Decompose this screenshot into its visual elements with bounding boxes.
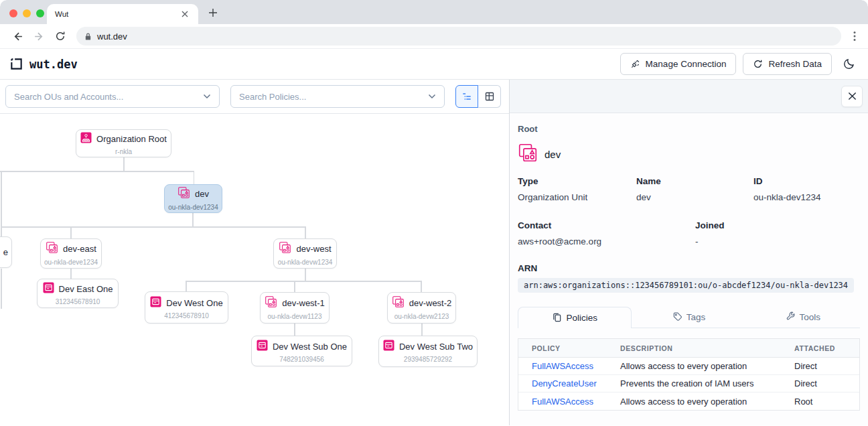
browser-tabstrip: Wut bbox=[0, 0, 868, 24]
tree-view-icon bbox=[461, 91, 472, 102]
tree-node-dev[interactable]: devou-nkla-dev1234 bbox=[164, 184, 222, 213]
tree-node-dev-west-2[interactable]: dev-west-2ou-nkla-devw2123 bbox=[387, 292, 456, 324]
entity-title: dev bbox=[545, 149, 561, 160]
tree-connector bbox=[305, 226, 306, 238]
table-view-button[interactable] bbox=[478, 85, 501, 108]
tab-close-icon[interactable] bbox=[179, 9, 190, 19]
url-text: wut.dev bbox=[97, 31, 127, 42]
connection-plug-icon bbox=[630, 59, 640, 69]
policy-link[interactable]: DenyCreateUser bbox=[518, 378, 607, 388]
tree-node-label: Dev East One bbox=[59, 284, 113, 294]
app-header: wut.dev Manage Connection Refresh Data bbox=[0, 49, 868, 80]
reload-icon[interactable] bbox=[52, 27, 69, 45]
policy-link[interactable]: FullAWSAccess bbox=[518, 361, 607, 371]
minimize-window-button[interactable] bbox=[23, 9, 31, 17]
tree-node-dev-east[interactable]: dev-eastou-nkla-deve1234 bbox=[40, 238, 102, 269]
search-ous-accounts-input[interactable]: Search OUs and Accounts... bbox=[5, 85, 220, 108]
new-tab-button[interactable] bbox=[204, 3, 222, 22]
arn-value: arn:aws:organizations::123456789101:ou/o… bbox=[518, 278, 854, 293]
browser-menu-icon[interactable] bbox=[848, 31, 861, 42]
policy-description: Allows access to every operation bbox=[607, 361, 781, 371]
tab-policies[interactable]: Policies bbox=[518, 307, 632, 328]
tree-node-dev-east-one[interactable]: Dev East One312345678910 bbox=[37, 279, 119, 308]
app-logo[interactable]: wut.dev bbox=[9, 57, 78, 71]
tree-connector bbox=[294, 324, 295, 336]
dark-mode-toggle[interactable] bbox=[839, 54, 859, 74]
arn-label: ARN bbox=[518, 263, 860, 273]
tree-connector bbox=[186, 281, 421, 282]
policies-table-header: POLICYDESCRIPTIONATTACHED bbox=[518, 339, 859, 358]
tree-node-id: 2939485729292 bbox=[404, 356, 452, 363]
moon-icon bbox=[843, 58, 855, 70]
policy-description: Allows access to every operation bbox=[607, 397, 781, 407]
ou-icon bbox=[46, 241, 58, 257]
tree-connector bbox=[123, 157, 125, 171]
chevron-down-icon bbox=[203, 94, 211, 99]
browser-tab-title: Wut bbox=[55, 10, 179, 18]
column-header: POLICY bbox=[518, 344, 607, 352]
tab-tools[interactable]: Tools bbox=[746, 307, 860, 328]
policy-attached: Direct bbox=[781, 378, 859, 388]
account-icon bbox=[150, 296, 161, 310]
organization-root-icon bbox=[80, 132, 92, 146]
ou-icon bbox=[177, 186, 190, 202]
tree-node-id: r-nkla bbox=[115, 148, 132, 155]
tab-tags[interactable]: Tags bbox=[632, 307, 745, 328]
tree-node-label: Dev West Sub One bbox=[273, 342, 347, 352]
tree-node-id: 312345678910 bbox=[56, 298, 100, 305]
id-label: ID bbox=[753, 176, 860, 186]
wrench-icon bbox=[786, 311, 796, 324]
browser-toolbar: wut.dev bbox=[0, 24, 868, 49]
policy-attached: Direct bbox=[781, 361, 859, 371]
column-header: ATTACHED bbox=[781, 344, 859, 352]
close-window-button[interactable] bbox=[9, 9, 17, 17]
tree-node-id: ou-nkla-devw1123 bbox=[268, 313, 322, 320]
tree-connector bbox=[1, 226, 305, 228]
tree-pane: Search OUs and Accounts... Search Polici… bbox=[0, 80, 509, 425]
back-icon[interactable] bbox=[9, 27, 26, 45]
breadcrumb[interactable]: Root bbox=[518, 124, 860, 134]
details-panel-header bbox=[510, 80, 868, 113]
close-panel-button[interactable] bbox=[841, 86, 863, 107]
tree-node-clipped-left[interactable]: e bbox=[0, 236, 12, 268]
address-bar[interactable]: wut.dev bbox=[76, 27, 841, 46]
name-label: Name bbox=[636, 176, 753, 186]
manage-connection-button[interactable]: Manage Connection bbox=[620, 53, 737, 75]
view-toggle bbox=[455, 85, 501, 108]
tree-connector bbox=[421, 281, 422, 292]
search-policies-input[interactable]: Search Policies... bbox=[230, 85, 445, 108]
tree-node-label: dev-west-2 bbox=[409, 298, 452, 308]
tree-node-dev-west[interactable]: dev-westou-nkla-devw1234 bbox=[273, 238, 337, 269]
tree-view-button[interactable] bbox=[455, 85, 478, 108]
contact-label: Contact bbox=[518, 220, 695, 230]
tree-node-label: Dev West One bbox=[166, 298, 222, 308]
tree-node-dev-west-1[interactable]: dev-west-1ou-nkla-devw1123 bbox=[260, 292, 330, 324]
refresh-data-label: Refresh Data bbox=[768, 59, 822, 69]
tree-node-label: dev-west-1 bbox=[282, 298, 325, 308]
tree-node-label: dev bbox=[195, 189, 209, 199]
tree-node-label: dev-east bbox=[63, 244, 96, 254]
tree-node-dev-west-sub-two[interactable]: Dev West Sub Two2939485729292 bbox=[378, 336, 478, 367]
table-view-icon bbox=[484, 91, 495, 102]
lock-icon bbox=[84, 32, 92, 41]
tree-node-label: Dev West Sub Two bbox=[399, 342, 473, 352]
refresh-icon bbox=[753, 59, 763, 69]
policies-table: POLICYDESCRIPTIONATTACHED FullAWSAccessA… bbox=[518, 338, 860, 411]
tree-node-dev-west-sub-one[interactable]: Dev West Sub One748291039456 bbox=[251, 336, 352, 366]
tree-connector bbox=[186, 281, 187, 291]
tree-connector bbox=[421, 324, 423, 336]
tree-node-id: ou-nkla-dev1234 bbox=[168, 204, 218, 211]
tree-node-org-root[interactable]: Organization Rootr-nkla bbox=[76, 129, 171, 157]
forward-icon[interactable] bbox=[30, 27, 48, 45]
browser-tab[interactable]: Wut bbox=[47, 4, 198, 24]
maximize-window-button[interactable] bbox=[36, 9, 44, 17]
search-policies-placeholder: Search Policies... bbox=[239, 92, 428, 102]
refresh-data-button[interactable]: Refresh Data bbox=[743, 53, 832, 75]
type-label: Type bbox=[518, 176, 636, 186]
search-ous-placeholder: Search OUs and Accounts... bbox=[14, 92, 203, 102]
contact-value: aws+root@acme.org bbox=[518, 236, 695, 246]
policy-link[interactable]: FullAWSAccess bbox=[518, 397, 607, 407]
tree-node-dev-west-one[interactable]: Dev West One412345678910 bbox=[145, 291, 228, 324]
macos-traffic-lights[interactable] bbox=[9, 9, 44, 17]
browser-window: Wut wut.dev wut.dev bbox=[0, 0, 868, 426]
